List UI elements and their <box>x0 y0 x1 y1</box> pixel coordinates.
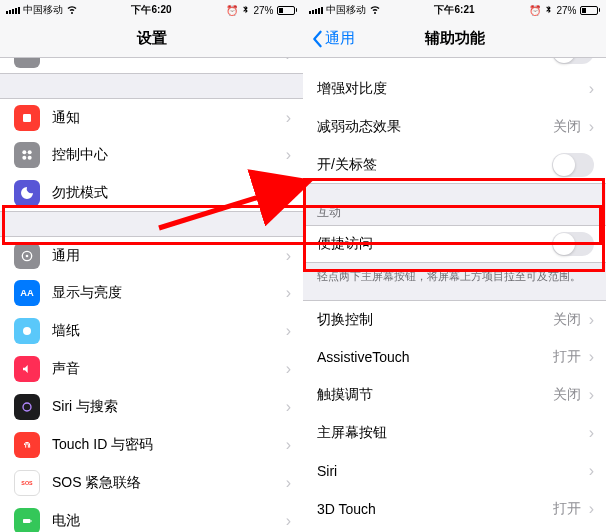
svg-rect-0 <box>23 114 31 122</box>
toggle-switch[interactable] <box>552 153 594 177</box>
svg-point-2 <box>28 150 32 154</box>
sos-icon: SOS <box>14 470 40 496</box>
chevron-right-icon: › <box>286 474 291 492</box>
settings-screen: 中国移动 下午6:20 ⏰ 27% 设置 › <box>0 0 303 532</box>
toggle-row-cut[interactable] <box>303 58 606 70</box>
chevron-right-icon: › <box>589 424 594 442</box>
chevron-right-icon: › <box>286 360 291 378</box>
touchid-icon <box>14 432 40 458</box>
chevron-right-icon: › <box>286 398 291 416</box>
battery-label: 27% <box>253 5 273 16</box>
chevron-right-icon: › <box>589 462 594 480</box>
sounds-row[interactable]: 声音 › <box>0 350 303 388</box>
chevron-right-icon: › <box>286 109 291 127</box>
status-bar: 中国移动 下午6:20 ⏰ 27% <box>0 0 303 20</box>
wifi-icon <box>66 3 78 17</box>
chevron-right-icon: › <box>589 80 594 98</box>
svg-text:SOS: SOS <box>21 480 33 486</box>
svg-point-4 <box>28 156 32 160</box>
dnd-row[interactable]: 勿扰模式 › <box>0 174 303 212</box>
chevron-right-icon: › <box>286 512 291 530</box>
nav-bar: 通用 辅助功能 <box>303 20 606 58</box>
sos-row[interactable]: SOS SOS 紧急联络 › <box>0 464 303 502</box>
signal-icon <box>309 7 323 14</box>
wallpaper-icon <box>14 318 40 344</box>
carrier-label: 中国移动 <box>23 3 63 17</box>
general-row[interactable]: 通用 › <box>0 236 303 274</box>
chevron-right-icon: › <box>589 386 594 404</box>
clock: 下午6:20 <box>131 3 171 17</box>
svg-text:AA: AA <box>20 288 34 298</box>
chevron-right-icon: › <box>286 247 291 265</box>
signal-icon <box>6 7 20 14</box>
clock: 下午6:21 <box>434 3 474 17</box>
chevron-left-icon <box>311 30 323 48</box>
notifications-row[interactable]: 通知 › <box>0 98 303 136</box>
chevron-right-icon: › <box>589 311 594 329</box>
carrier-label: 中国移动 <box>326 3 366 17</box>
battery-icon <box>277 6 298 15</box>
unknown-icon <box>14 58 40 68</box>
svg-point-8 <box>23 327 31 335</box>
toggle-switch[interactable] <box>552 232 594 256</box>
contrast-row[interactable]: 增强对比度 › <box>303 70 606 108</box>
keyboard-row[interactable]: 键盘 › <box>303 528 606 532</box>
home-button-row[interactable]: 主屏幕按钮 › <box>303 414 606 452</box>
settings-group-1: 通知 › 控制中心 › 勿扰模式 › <box>0 98 303 212</box>
reachability-row[interactable]: 便捷访问 <box>303 225 606 263</box>
siri-row[interactable]: Siri 与搜索 › <box>0 388 303 426</box>
chevron-right-icon: › <box>286 322 291 340</box>
onoff-labels-row[interactable]: 开/关标签 <box>303 146 606 184</box>
svg-point-9 <box>23 403 31 411</box>
display-icon: AA <box>14 280 40 306</box>
touchid-row[interactable]: Touch ID 与密码 › <box>0 426 303 464</box>
chevron-right-icon: › <box>286 58 291 64</box>
chevron-right-icon: › <box>286 436 291 454</box>
battery-icon <box>580 6 601 15</box>
status-bar: 中国移动 下午6:21 ⏰ 27% <box>303 0 606 20</box>
chevron-right-icon: › <box>589 500 594 518</box>
battery-label: 27% <box>556 5 576 16</box>
notification-icon <box>14 105 40 131</box>
control-center-icon <box>14 142 40 168</box>
sound-icon <box>14 356 40 382</box>
battery-icon <box>14 508 40 532</box>
section-header: 互动 <box>303 198 606 225</box>
svg-rect-12 <box>30 520 31 521</box>
accessibility-screen: 中国移动 下午6:21 ⏰ 27% 通用 辅助功能 <box>303 0 606 532</box>
chevron-right-icon: › <box>286 284 291 302</box>
nav-bar: 设置 <box>0 20 303 58</box>
svg-point-6 <box>26 254 29 257</box>
back-button[interactable]: 通用 <box>311 29 355 48</box>
toggle-switch[interactable] <box>552 58 594 64</box>
wallpaper-row[interactable]: 墙纸 › <box>0 312 303 350</box>
svg-point-3 <box>22 156 26 160</box>
wifi-icon <box>369 3 381 17</box>
svg-rect-11 <box>23 519 30 523</box>
siri-icon <box>14 394 40 420</box>
chevron-right-icon: › <box>286 184 291 202</box>
section-footer: 轻点两下主屏幕按钮，将屏幕上方项目拉至可及范围。 <box>303 263 606 290</box>
switch-control-row[interactable]: 切换控制 关闭 › <box>303 300 606 338</box>
nav-title: 辅助功能 <box>425 29 485 48</box>
battery-row[interactable]: 电池 › <box>0 502 303 532</box>
settings-group-2: 通用 › AA 显示与亮度 › 墙纸 › 声音 › Siri 与搜索 › <box>0 236 303 532</box>
settings-row[interactable]: › <box>0 58 303 74</box>
chevron-right-icon: › <box>589 118 594 136</box>
reduce-motion-row[interactable]: 减弱动态效果 关闭 › <box>303 108 606 146</box>
general-icon <box>14 243 40 269</box>
assistivetouch-row[interactable]: AssistiveTouch 打开 › <box>303 338 606 376</box>
alarm-icon: ⏰ <box>226 5 238 16</box>
3dtouch-row[interactable]: 3D Touch 打开 › <box>303 490 606 528</box>
svg-point-1 <box>22 150 26 154</box>
alarm-icon: ⏰ <box>529 5 541 16</box>
display-row[interactable]: AA 显示与亮度 › <box>0 274 303 312</box>
chevron-right-icon: › <box>286 146 291 164</box>
nav-title: 设置 <box>137 29 167 48</box>
chevron-right-icon: › <box>589 348 594 366</box>
touch-accommodations-row[interactable]: 触摸调节 关闭 › <box>303 376 606 414</box>
control-center-row[interactable]: 控制中心 › <box>0 136 303 174</box>
dnd-icon <box>14 180 40 206</box>
siri-row[interactable]: Siri › <box>303 452 606 490</box>
bluetooth-icon <box>544 5 553 16</box>
